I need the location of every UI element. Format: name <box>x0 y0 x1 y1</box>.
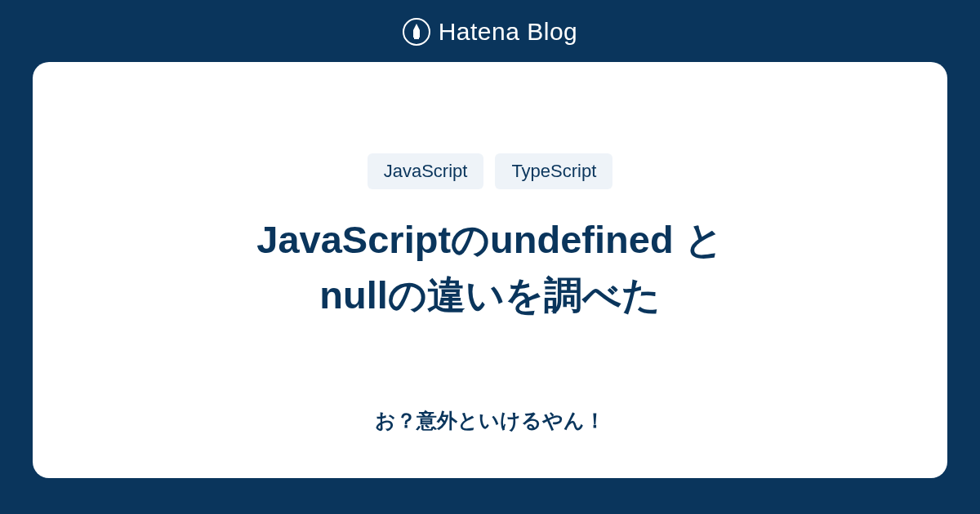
brand-name: Hatena Blog <box>439 18 578 46</box>
article-title: JavaScriptのundefined と nullの違いを調べた <box>256 212 723 323</box>
title-line: nullの違いを調べた <box>319 273 661 317</box>
article-card: JavaScript TypeScript JavaScriptのundefin… <box>33 62 947 478</box>
tag-item[interactable]: TypeScript <box>495 153 612 189</box>
site-header: Hatena Blog <box>403 0 578 62</box>
title-line: JavaScriptのundefined と <box>256 218 723 261</box>
hatena-logo-icon <box>403 18 430 46</box>
article-subtitle: お？意外といけるやん！ <box>375 407 605 434</box>
tag-list: JavaScript TypeScript <box>368 153 613 189</box>
tag-item[interactable]: JavaScript <box>368 153 484 189</box>
